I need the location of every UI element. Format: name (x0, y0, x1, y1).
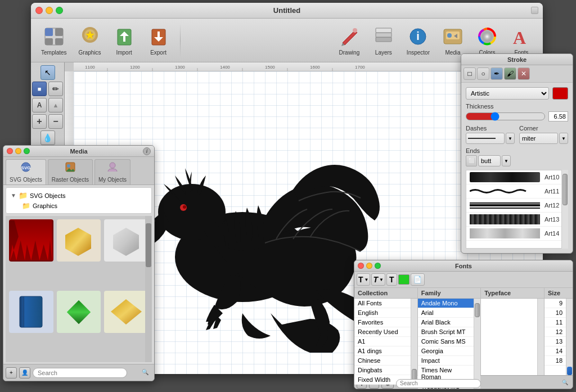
minimize-button[interactable] (46, 7, 53, 14)
ends-dropdown-btn[interactable]: ▼ (502, 155, 511, 166)
family-item-comic[interactable]: Comic Sans MS (418, 337, 474, 346)
collection-item-chinese[interactable]: Chinese (354, 356, 411, 366)
collection-item-dingbats[interactable]: Dingbats (354, 366, 411, 375)
dashes-dropdown-btn[interactable]: ▼ (506, 133, 515, 144)
media-add-button[interactable]: + (6, 367, 17, 379)
thumb-red-fringe[interactable] (9, 219, 53, 262)
tree-item-svg-objects[interactable]: ▼ 📁 SVG Objects (8, 190, 149, 201)
toolbar-inspector[interactable]: i Inspector (402, 23, 434, 58)
tab-my-objects[interactable]: My Objects (94, 159, 130, 184)
typeface-scrollbar[interactable] (537, 299, 544, 375)
resize-button[interactable] (531, 7, 538, 14)
toolbar-fonts[interactable]: A Fonts (506, 23, 537, 58)
toolbar-colors[interactable]: Colors (471, 23, 503, 58)
family-item-arialblack[interactable]: Arial Black (418, 318, 474, 327)
media-search-input[interactable] (33, 368, 127, 378)
stroke-color-swatch[interactable] (552, 87, 568, 100)
size-item-14[interactable]: 14 (544, 346, 566, 356)
stroke-tool-eraser2[interactable]: ✕ (518, 67, 530, 80)
thickness-label: Thickness (466, 103, 568, 110)
thickness-value[interactable] (548, 111, 568, 121)
tool-select[interactable]: ↖ (40, 65, 55, 80)
size-scrollbar[interactable] (566, 299, 573, 375)
stroke-item-art13[interactable]: Art13 (466, 213, 568, 227)
family-item-andale[interactable]: Andale Mono (418, 299, 474, 308)
thumb-gold-diamond[interactable] (104, 291, 148, 333)
thickness-slider[interactable] (466, 112, 545, 120)
stroke-list-scrollbar[interactable] (561, 170, 568, 249)
svg-rect-49 (20, 296, 42, 327)
fonts-minimize-button[interactable] (366, 263, 372, 269)
thumbnail-scrollbar[interactable] (145, 216, 152, 362)
stroke-item-art12[interactable]: Art12 (466, 199, 568, 213)
toolbar-export[interactable]: Export (143, 23, 174, 58)
dashes-select[interactable] (466, 133, 505, 144)
tab-svg-objects[interactable]: SVG SVG Objects (6, 159, 46, 184)
collection-item-english[interactable]: English (354, 308, 411, 318)
media-info-button[interactable]: i (143, 147, 151, 155)
thumb-silver-hex[interactable] (104, 219, 148, 262)
collection-item-favorites[interactable]: Favorites (354, 318, 411, 327)
toolbar-drawing[interactable]: Drawing (334, 23, 365, 58)
fonts-color-button[interactable] (398, 274, 410, 285)
ends-select[interactable]: butt (478, 155, 501, 166)
media-user-button[interactable]: 👤 (19, 367, 30, 379)
corner-select[interactable]: miter (519, 133, 558, 144)
size-item-12[interactable]: 12 (544, 327, 566, 337)
fonts-italic-dropdown[interactable]: T ▼ (371, 273, 385, 286)
tool-text[interactable]: A (32, 98, 47, 112)
fonts-doc-btn[interactable]: 📄 (411, 273, 425, 286)
size-item-13[interactable]: 13 (544, 337, 566, 346)
fonts-search-input[interactable] (396, 379, 481, 388)
tool-zoom-in[interactable]: + (32, 114, 47, 129)
fonts-maximize-button[interactable] (375, 263, 381, 269)
maximize-button[interactable] (56, 7, 63, 14)
fonts-close-button[interactable] (358, 263, 364, 269)
size-item-11[interactable]: 11 (544, 318, 566, 327)
thumb-green-diamond[interactable] (57, 291, 101, 333)
collection-item-a1dings[interactable]: A1 dings (354, 346, 411, 356)
toolbar-layers[interactable]: Layers (368, 23, 399, 58)
size-item-10[interactable]: 10 (544, 308, 566, 318)
tool-zoom-out[interactable]: − (48, 114, 63, 129)
toolbar-graphics[interactable]: Graphics (74, 23, 106, 58)
collection-item-a1[interactable]: A1 (354, 337, 411, 346)
stroke-tool-circle[interactable]: ○ (477, 67, 489, 80)
media-minimize-button[interactable] (15, 148, 21, 154)
thumb-blue-book[interactable] (9, 291, 53, 333)
close-button[interactable] (35, 7, 43, 14)
tool-eyedropper[interactable]: 💧 (40, 130, 55, 145)
tool-triangle[interactable]: ▲ (48, 98, 63, 112)
thumb-gold-hex[interactable] (57, 219, 101, 262)
media-close-button[interactable] (7, 148, 13, 154)
family-item-arial[interactable]: Arial (418, 308, 474, 318)
stroke-style-select[interactable]: Artistic (466, 87, 549, 100)
size-item-9[interactable]: 9 (544, 299, 566, 308)
stroke-tool-rect[interactable]: □ (464, 67, 476, 80)
fonts-bold-dropdown[interactable]: T ▼ (357, 273, 370, 286)
stroke-tool-brush[interactable]: 🖌 (504, 67, 516, 80)
family-scrollbar[interactable] (474, 299, 480, 389)
toolbar-templates[interactable]: Templates (37, 23, 71, 58)
dashes-label: Dashes (466, 125, 515, 132)
tool-square[interactable]: ■ (32, 82, 47, 96)
stroke-item-art11[interactable]: Art11 (466, 184, 568, 199)
stroke-item-art14[interactable]: Art14 (466, 227, 568, 241)
family-item-brush[interactable]: Brush Script MT (418, 327, 474, 337)
collection-item-recent[interactable]: Recently Used (354, 327, 411, 337)
stroke-item-art10[interactable]: Art10 (466, 170, 568, 184)
family-item-impact[interactable]: Impact (418, 356, 474, 366)
fonts-text-btn[interactable]: T (386, 273, 397, 286)
collection-scrollbar[interactable] (411, 299, 417, 385)
stroke-tool-pen[interactable]: ✒ (490, 67, 503, 80)
tree-item-graphics[interactable]: 📁 Graphics (8, 201, 149, 211)
toolbar-media[interactable]: Media (437, 23, 469, 58)
tool-pencil[interactable]: ✏ (48, 82, 63, 96)
collection-item-all[interactable]: All Fonts (354, 299, 411, 308)
toolbar-import[interactable]: Import (109, 23, 140, 58)
corner-dropdown-btn[interactable]: ▼ (559, 133, 568, 144)
size-item-18[interactable]: 18 (544, 356, 566, 366)
media-maximize-button[interactable] (24, 148, 30, 154)
tab-raster-objects[interactable]: Raster Objects (48, 159, 93, 184)
family-item-georgia[interactable]: Georgia (418, 346, 474, 356)
